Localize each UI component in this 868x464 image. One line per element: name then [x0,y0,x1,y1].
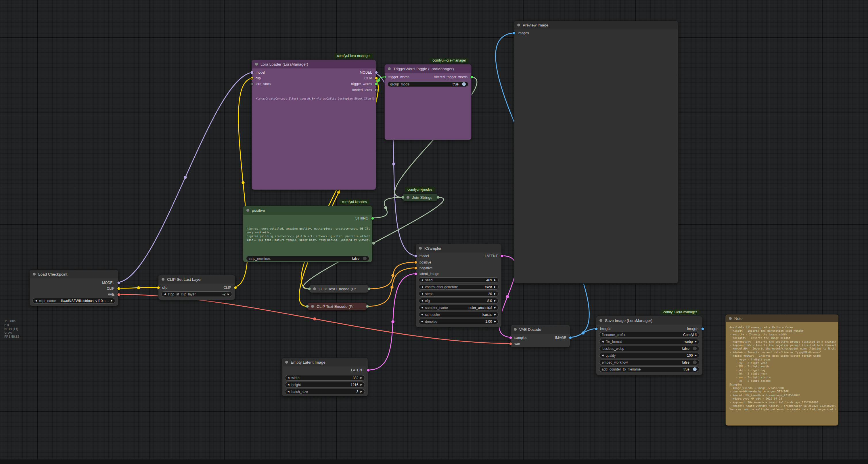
LATENT-output-port-dot[interactable] [501,255,503,257]
toggle-knob-icon[interactable] [693,347,696,350]
samples-input-port-dot[interactable] [509,337,512,339]
clip-input-port-dot[interactable] [251,77,253,80]
loaded_loras-output-port-dot[interactable] [375,89,378,91]
node-title-bar[interactable]: Save Image (LoraManager) [596,316,702,325]
images-input-port-dot[interactable] [595,328,598,330]
collapsed-output-port-dot[interactable] [366,305,369,308]
model-input-port-dot[interactable] [414,255,417,257]
combo-prev-icon[interactable]: ◀ [287,377,289,379]
collapse-dot-icon[interactable] [313,287,316,290]
batch_size-widget[interactable]: ◀batch_size3▶ [285,389,365,395]
node-lora-loader[interactable]: Lora Loader (LoraManager)modelcliplora_s… [252,60,376,190]
collapse-dot-icon[interactable] [599,319,602,322]
collapsed-output-port-dot[interactable] [437,196,440,199]
combo-next-icon[interactable]: ▶ [494,299,496,302]
combo-prev-icon[interactable]: ◀ [602,340,604,343]
combo-next-icon[interactable]: ▶ [494,307,496,309]
combo-next-icon[interactable]: ▶ [111,299,113,302]
collapse-dot-icon[interactable] [255,63,258,65]
add_counter_to_filename-widget[interactable]: add_counter_to_filenametrue [599,367,699,372]
combo-next-icon[interactable]: ▶ [494,313,496,316]
clip-input-port-dot[interactable] [157,287,160,289]
combo-next-icon[interactable]: ▶ [360,383,362,386]
combo-prev-icon[interactable]: ◀ [421,313,423,316]
node-vae-decode[interactable]: VAE DecodesamplesvaeIMAGE [510,325,570,348]
ckpt_name-widget[interactable]: ◀ckpt_nameil\waiNSFWIllustrious_v110.s…▶ [32,298,115,303]
toggle-knob-icon[interactable] [462,82,466,86]
filtered_trigger_words-output-port-dot[interactable] [471,76,473,79]
control after generate-widget[interactable]: ◀control after generatefixed▶ [418,284,499,290]
collapse-dot-icon[interactable] [419,247,422,250]
lora-loader-text-area[interactable]: <lora:CreateConcept_Illustrious:0.8> <lo… [256,97,373,186]
node-clip-text-encode-positive[interactable]: CLIP Text Encode (Pr [309,285,369,293]
denoise-widget[interactable]: ◀denoise1.00▶ [418,319,499,324]
width-widget[interactable]: ◀width832▶ [285,375,365,381]
trigger_words-output-port-dot[interactable] [375,83,378,85]
combo-next-icon[interactable]: ▶ [494,293,496,295]
node-clip-set-last-layer[interactable]: CLIP Set Last LayerclipCLIP◀stop_at_clip… [158,275,235,300]
combo-prev-icon[interactable]: ◀ [602,354,604,357]
combo-next-icon[interactable]: ▶ [494,286,496,288]
toggle-knob-icon[interactable] [693,367,696,371]
node-empty-latent-image[interactable]: Empty Latent ImageLATENT◀width832▶◀heigh… [282,357,368,397]
sampler_name-widget[interactable]: ◀sampler_nameeuler_ancestral▶ [418,305,499,310]
height-widget[interactable]: ◀height1216▶ [285,382,365,387]
node-clip-text-encode-negative[interactable]: CLIP Text Encode (Pr [307,302,367,310]
STRING-output-port-dot[interactable] [371,217,374,220]
collapse-dot-icon[interactable] [311,305,314,308]
positive-input-port-dot[interactable] [414,261,417,264]
collapsed-input-port-dot[interactable] [308,288,311,290]
combo-next-icon[interactable]: ▶ [494,279,496,281]
note-text-area[interactable]: Available filename_prefix Pattern Codes-… [730,326,836,424]
node-positive-prompt[interactable]: positiveSTRINGstrip_newlinesfalsehighres… [243,206,372,262]
vae-input-port-dot[interactable] [509,343,512,345]
node-triggerword-toggle[interactable]: TriggerWord Toggle (LoraManager)trigger_… [384,64,471,140]
collapse-dot-icon[interactable] [285,361,288,364]
stop_at_clip_layer-widget[interactable]: ◀stop_at_clip_layer-2▶ [161,291,232,297]
node-title-bar[interactable]: Empty Latent Image [282,358,368,367]
VAE-output-port-dot[interactable] [118,293,120,296]
combo-next-icon[interactable]: ▶ [227,293,229,295]
collapse-dot-icon[interactable] [407,196,409,199]
IMAGE-output-port-dot[interactable] [569,337,572,339]
node-title-bar[interactable]: Preview Image [514,21,678,29]
node-preview-image[interactable]: Preview Imageimages [514,21,678,284]
file_format-widget[interactable]: ◀file_formatwebp▶ [599,339,699,344]
node-graph-canvas[interactable]: T: 0.00sI: 0N: 14 [14]V: 28FPS:58.82 Loa… [0,0,868,464]
collapse-dot-icon[interactable] [514,328,517,331]
filename_prefix-widget[interactable]: filename_prefixComfyUI [599,332,699,338]
collapse-dot-icon[interactable] [162,278,164,281]
cfg-widget[interactable]: ◀cfg8.0▶ [418,298,499,303]
collapse-dot-icon[interactable] [246,209,249,212]
CLIP-output-port-dot[interactable] [118,287,120,290]
node-title-bar[interactable]: CLIP Set Last Layer [158,275,235,284]
LATENT-output-port-dot[interactable] [367,369,370,372]
combo-prev-icon[interactable]: ◀ [287,390,289,393]
CLIP-output-port-dot[interactable] [375,77,378,80]
combo-next-icon[interactable]: ▶ [494,320,496,323]
combo-prev-icon[interactable]: ◀ [421,293,423,295]
trigger_words-input-port-dot[interactable] [383,76,386,79]
node-join-strings[interactable]: Join Strings [403,193,438,201]
lora_stack-input-port-dot[interactable] [251,83,253,85]
MODEL-output-port-dot[interactable] [118,282,120,284]
combo-next-icon[interactable]: ▶ [360,390,362,393]
collapsed-input-port-dot[interactable] [402,196,404,199]
collapse-dot-icon[interactable] [33,273,36,276]
toggle-knob-icon[interactable] [693,360,696,364]
steps-widget[interactable]: ◀steps20▶ [418,291,499,297]
collapsed-input-port-dot[interactable] [306,305,309,308]
seed-widget[interactable]: ◀seed409▶ [418,277,499,283]
quality-widget[interactable]: ◀quality100▶ [599,353,699,358]
collapse-dot-icon[interactable] [517,24,520,26]
node-load-checkpoint[interactable]: Load CheckpointMODELCLIPVAE◀ckpt_nameil\… [29,269,119,306]
model-input-port-dot[interactable] [251,71,253,74]
combo-next-icon[interactable]: ▶ [360,377,362,379]
lossless_webp-widget[interactable]: lossless_webpfalse [599,346,699,351]
CLIP-output-port-dot[interactable] [234,287,237,289]
negative-input-port-dot[interactable] [414,267,417,269]
node-title-bar[interactable]: VAE Decode [510,325,570,334]
node-title-bar[interactable]: TriggerWord Toggle (LoraManager) [385,64,471,73]
combo-prev-icon[interactable]: ◀ [421,320,423,323]
combo-next-icon[interactable]: ▶ [694,340,696,343]
